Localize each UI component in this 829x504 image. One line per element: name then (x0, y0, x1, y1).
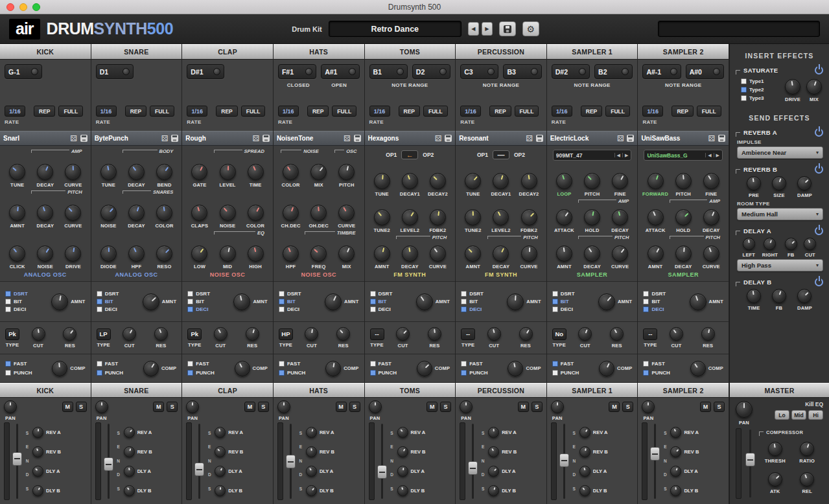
note-button[interactable]: C3 (460, 64, 498, 79)
gate-knob[interactable] (191, 164, 207, 180)
midi-learn-icon[interactable] (31, 68, 38, 75)
dly-a-knob[interactable] (670, 466, 681, 477)
left-knob[interactable] (743, 238, 755, 250)
attack-knob[interactable] (556, 209, 572, 225)
dice-icon[interactable]: ⚄ (70, 135, 76, 143)
mute-button[interactable]: M (153, 402, 164, 412)
amnt-knob[interactable] (416, 293, 433, 310)
dly-a-knob[interactable] (488, 466, 499, 477)
comp-knob[interactable] (52, 361, 67, 376)
full-button[interactable]: FULL (150, 106, 174, 117)
next-sample-icon[interactable]: ▶ (714, 153, 719, 157)
midi-learn-icon[interactable] (349, 68, 356, 75)
res-knob[interactable] (428, 327, 441, 341)
dyn-checkbox[interactable] (370, 361, 376, 367)
dist-item-dsrt[interactable]: DSRT (5, 291, 51, 297)
fader-handle[interactable] (650, 447, 660, 461)
hold-knob[interactable] (675, 209, 692, 225)
save-preset-icon[interactable] (627, 135, 634, 142)
type-checkbox[interactable] (741, 95, 747, 101)
solo-button[interactable]: S (531, 402, 543, 412)
cut-knob[interactable] (32, 327, 45, 341)
solo-button[interactable]: S (349, 402, 360, 412)
dice-icon[interactable]: ⚄ (252, 135, 259, 143)
dyn-checkbox[interactable] (461, 361, 467, 367)
note-button[interactable]: B2 (594, 64, 633, 79)
amnt-knob[interactable] (507, 293, 524, 310)
pan-knob[interactable] (369, 400, 382, 413)
preset-name[interactable]: Snarl (3, 135, 67, 142)
dyn-checkbox[interactable] (187, 361, 193, 367)
dyn-checkbox[interactable] (643, 361, 649, 367)
saturate-power-button[interactable] (815, 66, 823, 74)
save-preset-icon[interactable] (536, 135, 543, 142)
preset-name[interactable]: Hexagons (368, 135, 432, 142)
curve-knob[interactable] (703, 246, 719, 262)
dist-checkbox[interactable] (643, 291, 649, 297)
res-knob[interactable] (246, 327, 259, 341)
type-checkbox[interactable] (741, 87, 747, 93)
mute-button[interactable]: M (426, 402, 438, 412)
hold-knob[interactable] (584, 209, 600, 225)
dist-item-deci[interactable]: DECI (552, 306, 598, 312)
low-knob[interactable] (191, 246, 207, 262)
volume-fader[interactable] (194, 422, 204, 500)
decay1-knob[interactable] (402, 173, 418, 189)
tune-knob[interactable] (465, 173, 481, 189)
comp-knob[interactable] (325, 361, 341, 376)
mute-button[interactable]: M (609, 402, 620, 412)
dist-item-dsrt[interactable]: DSRT (97, 291, 143, 297)
dyn-item-fast[interactable]: FAST (643, 361, 690, 367)
tune-knob[interactable] (9, 164, 25, 180)
pan-knob[interactable] (460, 400, 473, 413)
time-knob[interactable] (747, 289, 761, 303)
drive-knob[interactable] (65, 246, 81, 262)
prev-sample-icon[interactable]: ◀ (705, 153, 711, 157)
amnt-knob[interactable] (465, 246, 481, 262)
right-knob[interactable] (764, 238, 776, 250)
comp-knob[interactable] (417, 361, 432, 376)
midi-learn-icon[interactable] (670, 68, 677, 75)
save-preset-icon[interactable] (354, 135, 361, 142)
dly-a-knob[interactable] (32, 466, 43, 477)
dyn-checkbox[interactable] (643, 370, 649, 376)
note-button[interactable]: D#1 (187, 64, 224, 79)
full-button[interactable]: FULL (58, 106, 83, 117)
mid-knob[interactable] (220, 246, 236, 262)
comp-knob[interactable] (235, 361, 250, 376)
hpf-knob[interactable] (128, 246, 145, 262)
res-knob[interactable] (701, 327, 715, 341)
next-kit-button[interactable]: ▶ (482, 22, 493, 36)
dist-checkbox[interactable] (187, 299, 193, 304)
dist-checkbox[interactable] (643, 299, 649, 304)
dist-item-dsrt[interactable]: DSRT (370, 291, 416, 297)
volume-fader[interactable] (468, 422, 478, 500)
volume-fader[interactable] (286, 422, 296, 500)
volume-fader[interactable] (559, 422, 569, 500)
rate-value-button[interactable]: 1/16 (460, 106, 481, 117)
dist-item-bit[interactable]: BIT (643, 299, 689, 304)
reverb-a-power-button[interactable] (815, 128, 823, 137)
settings-button[interactable]: ⚙ (522, 21, 539, 36)
damp-knob[interactable] (797, 289, 811, 303)
res-knob[interactable] (63, 327, 76, 341)
dly-b-knob[interactable] (124, 485, 135, 496)
res-knob[interactable] (519, 327, 533, 341)
decay-knob[interactable] (703, 209, 719, 225)
atk-knob[interactable] (768, 472, 782, 487)
decay-knob[interactable] (402, 246, 418, 262)
dist-item-dsrt[interactable]: DSRT (187, 291, 233, 297)
curve-knob[interactable] (612, 246, 628, 262)
pan-knob[interactable] (4, 400, 17, 413)
pitch-knob[interactable] (675, 173, 692, 189)
dyn-checkbox[interactable] (370, 370, 376, 376)
rev-a-knob[interactable] (32, 427, 43, 438)
dist-item-deci[interactable]: DECI (187, 306, 233, 312)
dist-checkbox[interactable] (187, 306, 193, 312)
dist-checkbox[interactable] (461, 299, 467, 304)
dyn-item-fast[interactable]: FAST (187, 361, 234, 367)
dist-item-bit[interactable]: BIT (370, 299, 416, 304)
note-button[interactable]: B1 (369, 64, 408, 79)
full-button[interactable]: FULL (697, 106, 721, 117)
dist-checkbox[interactable] (279, 291, 285, 297)
